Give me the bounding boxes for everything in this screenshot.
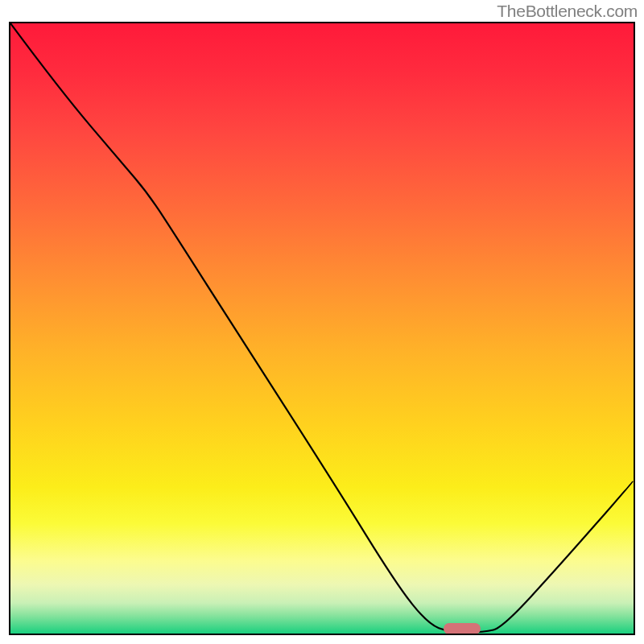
optimal-marker <box>444 623 481 634</box>
watermark-text: TheBottleneck.com <box>497 2 638 21</box>
chart-container <box>9 22 635 635</box>
bottleneck-curve <box>10 23 634 634</box>
